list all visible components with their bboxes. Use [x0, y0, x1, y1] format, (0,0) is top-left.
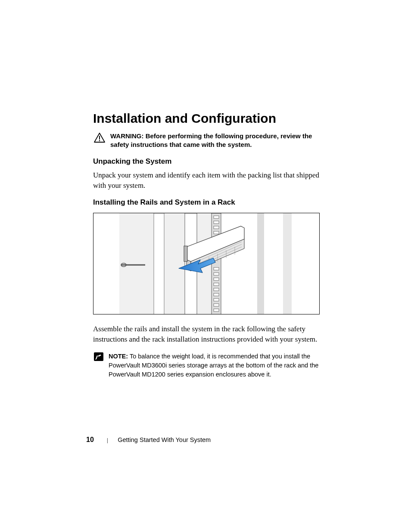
page-footer: 10 | Getting Started With Your System — [86, 436, 327, 444]
section-unpacking-body: Unpack your system and identify each ite… — [93, 170, 326, 191]
svg-rect-19 — [214, 288, 219, 291]
footer-doc-title: Getting Started With Your System — [118, 436, 211, 443]
warning-label: WARNING: — [110, 132, 144, 140]
rack-installation-figure — [93, 213, 320, 314]
warning-text: WARNING: Before performing the following… — [109, 132, 326, 149]
section-rails-title: Installing the Rails and System in a Rac… — [93, 198, 326, 207]
note-body: To balance the weight load, it is recomm… — [109, 353, 318, 378]
page-number: 10 — [86, 436, 94, 444]
content-area: Installation and Configuration WARNING: … — [93, 111, 326, 387]
footer-separator: | — [107, 437, 108, 443]
svg-rect-13 — [214, 226, 219, 229]
svg-rect-10 — [283, 213, 292, 314]
svg-rect-17 — [214, 278, 219, 280]
svg-rect-22 — [214, 304, 219, 306]
svg-point-2 — [99, 140, 100, 141]
svg-rect-9 — [257, 213, 264, 314]
svg-rect-16 — [214, 273, 219, 275]
svg-rect-4 — [154, 213, 164, 314]
note-block: NOTE: To balance the weight load, it is … — [93, 352, 326, 379]
main-heading: Installation and Configuration — [93, 111, 326, 126]
note-text: NOTE: To balance the weight load, it is … — [109, 352, 326, 379]
warning-block: WARNING: Before performing the following… — [93, 132, 326, 149]
page: Installation and Configuration WARNING: … — [0, 0, 411, 532]
svg-rect-21 — [214, 299, 219, 301]
svg-rect-20 — [214, 293, 219, 296]
warning-triangle-icon — [94, 133, 105, 143]
svg-rect-14 — [214, 231, 219, 234]
svg-rect-11 — [214, 216, 219, 218]
section-rails-body: Assemble the rails and install the syste… — [93, 324, 326, 345]
section-unpacking-title: Unpacking the System — [93, 157, 326, 166]
svg-rect-35 — [184, 246, 187, 261]
svg-rect-12 — [214, 221, 219, 224]
note-pencil-icon — [94, 352, 103, 361]
svg-rect-23 — [214, 309, 219, 311]
note-label: NOTE: — [109, 353, 128, 360]
svg-rect-15 — [214, 268, 219, 270]
svg-rect-18 — [214, 283, 219, 286]
